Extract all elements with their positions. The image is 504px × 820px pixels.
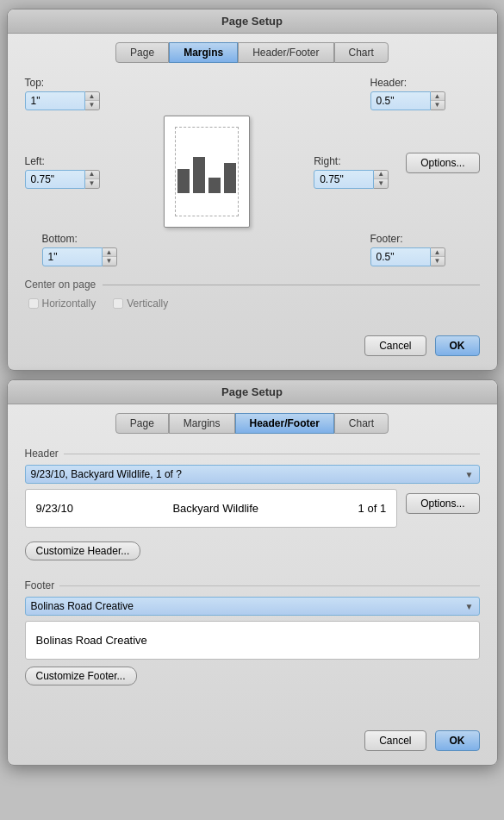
tab-chart-2[interactable]: Chart: [334, 413, 389, 434]
header-spinner-down[interactable]: ▼: [431, 101, 445, 110]
center-on-page-section: Center on page Horizontally Vertically: [25, 279, 480, 310]
ok-button-1[interactable]: OK: [435, 335, 480, 356]
right-input[interactable]: [314, 170, 374, 189]
footer-spinner-down[interactable]: ▼: [431, 257, 445, 266]
bottom-field-group: Bottom: ▲ ▼: [42, 233, 117, 266]
headerfooter-body: Header 9/23/10, Backyard Wildlife, 1 of …: [8, 434, 497, 722]
horizontal-label: Horizontally: [42, 297, 96, 310]
footer-dropdown-row: Bolinas Road Creative ▼: [25, 597, 480, 616]
bottom-spinner-up[interactable]: ▲: [103, 248, 116, 257]
vertical-checkbox[interactable]: [113, 298, 123, 309]
tab-margins-2[interactable]: Margins: [169, 413, 235, 434]
dialog-page-setup-margins: Page Setup Page Margins Header/Footer Ch…: [7, 9, 498, 371]
footer-input[interactable]: [370, 247, 431, 266]
vertical-checkbox-label[interactable]: Vertically: [113, 297, 168, 310]
left-spinner[interactable]: ▲ ▼: [85, 170, 100, 189]
tab-header-footer-1[interactable]: Header/Footer: [238, 42, 333, 63]
options-button-1[interactable]: Options...: [406, 153, 479, 173]
ok-button-2[interactable]: OK: [435, 730, 480, 751]
dialog-title-2: Page Setup: [8, 380, 497, 404]
header-spinner[interactable]: ▲ ▼: [431, 91, 445, 110]
footer-section: Footer Bolinas Road Creative ▼ Bolinas R…: [25, 579, 480, 694]
right-spinner-up[interactable]: ▲: [374, 171, 388, 179]
header-field-row: ▲ ▼: [370, 91, 445, 110]
header-field-group: Header: ▲ ▼: [370, 77, 445, 110]
header-spinner-up[interactable]: ▲: [431, 92, 445, 101]
chart-bar: [193, 157, 205, 193]
left-spinner-up[interactable]: ▲: [85, 171, 99, 179]
horizontal-checkbox[interactable]: [28, 298, 39, 309]
dialog-title-1: Page Setup: [8, 9, 497, 34]
right-spinner-down[interactable]: ▼: [374, 179, 388, 188]
tab-margins-1[interactable]: Margins: [169, 42, 238, 63]
chart-bar: [177, 169, 190, 193]
left-input[interactable]: [25, 170, 85, 189]
header-input[interactable]: [370, 91, 431, 110]
header-preview-title: Backyard Wildlife: [172, 502, 258, 515]
bottom-input[interactable]: [42, 247, 103, 266]
footer-section-label: Footer: [25, 579, 480, 592]
margins-body: Top: ▲ ▼ Header: ▲ ▼: [8, 63, 497, 327]
header-dropdown-value: 9/23/10, Backyard Wildlife, 1 of ?: [31, 468, 182, 480]
center-section-label: Center on page: [25, 279, 480, 291]
footer-dropdown-arrow: ▼: [465, 602, 474, 611]
header-section: Header 9/23/10, Backyard Wildlife, 1 of …: [25, 448, 480, 569]
left-spinner-down[interactable]: ▼: [85, 179, 99, 188]
horizontal-checkbox-label[interactable]: Horizontally: [28, 297, 96, 310]
tab-page-1[interactable]: Page: [115, 42, 169, 63]
chart-bar: [208, 178, 221, 193]
top-input[interactable]: [25, 91, 85, 110]
left-label: Left:: [25, 155, 100, 167]
footer-dropdown-value: Bolinas Road Creative: [31, 600, 134, 612]
dialog-page-setup-headerfooter: Page Setup Page Margins Header/Footer Ch…: [7, 379, 498, 766]
top-field-group: Top: ▲ ▼: [25, 77, 100, 110]
header-dropdown-arrow: ▼: [465, 470, 474, 479]
cancel-button-1[interactable]: Cancel: [364, 335, 426, 356]
dialog-footer-2: Cancel OK: [8, 722, 497, 765]
tab-header-footer-2[interactable]: Header/Footer: [235, 413, 334, 434]
customize-header-button[interactable]: Customize Header...: [25, 541, 141, 560]
chart-bar: [224, 163, 236, 193]
header-section-label: Header: [25, 448, 480, 460]
options-button-2[interactable]: Options...: [406, 493, 479, 514]
customize-footer-button[interactable]: Customize Footer...: [25, 667, 137, 685]
top-spinner-up[interactable]: ▲: [85, 92, 99, 101]
left-field-group: Left: ▲ ▼: [25, 155, 100, 189]
header-margin-label: Header:: [370, 77, 445, 89]
footer-field-group: Footer: ▲ ▼: [370, 233, 445, 266]
footer-preview-text: Bolinas Road Creative: [36, 634, 147, 647]
footer-margin-label: Footer:: [370, 233, 445, 245]
tab-chart-1[interactable]: Chart: [334, 42, 389, 63]
page-preview: [164, 116, 250, 228]
top-spinner[interactable]: ▲ ▼: [85, 91, 100, 110]
bar-chart-preview: [171, 150, 243, 193]
top-label: Top:: [25, 77, 100, 89]
cancel-button-2[interactable]: Cancel: [364, 730, 426, 751]
tab-page-2[interactable]: Page: [115, 413, 169, 434]
bottom-label: Bottom:: [42, 233, 117, 245]
right-field-group: Right: ▲ ▼: [314, 155, 389, 189]
header-preview-date: 9/23/10: [36, 502, 73, 515]
header-preview-page: 1 of 1: [358, 502, 387, 515]
checkbox-row: Horizontally Vertically: [28, 297, 480, 310]
footer-spinner-up[interactable]: ▲: [431, 248, 445, 257]
header-dropdown[interactable]: 9/23/10, Backyard Wildlife, 1 of ? ▼: [25, 465, 480, 484]
right-label: Right:: [314, 155, 389, 167]
right-spinner[interactable]: ▲ ▼: [374, 170, 389, 189]
footer-spinner[interactable]: ▲ ▼: [431, 247, 445, 266]
header-preview: 9/23/10 Backyard Wildlife 1 of 1: [25, 489, 398, 528]
header-dropdown-row: 9/23/10, Backyard Wildlife, 1 of ? ▼: [25, 465, 480, 484]
tab-bar-1: Page Margins Header/Footer Chart: [8, 34, 497, 63]
bottom-spinner[interactable]: ▲ ▼: [103, 247, 117, 266]
vertical-label: Vertically: [127, 297, 168, 310]
tab-bar-2: Page Margins Header/Footer Chart: [8, 404, 497, 434]
top-spinner-down[interactable]: ▼: [85, 101, 99, 110]
dialog-footer-1: Cancel OK: [8, 327, 497, 370]
bottom-spinner-down[interactable]: ▼: [103, 257, 116, 266]
footer-preview: Bolinas Road Creative: [25, 621, 480, 660]
top-field-row: ▲ ▼: [25, 91, 100, 110]
footer-dropdown[interactable]: Bolinas Road Creative ▼: [25, 597, 480, 616]
